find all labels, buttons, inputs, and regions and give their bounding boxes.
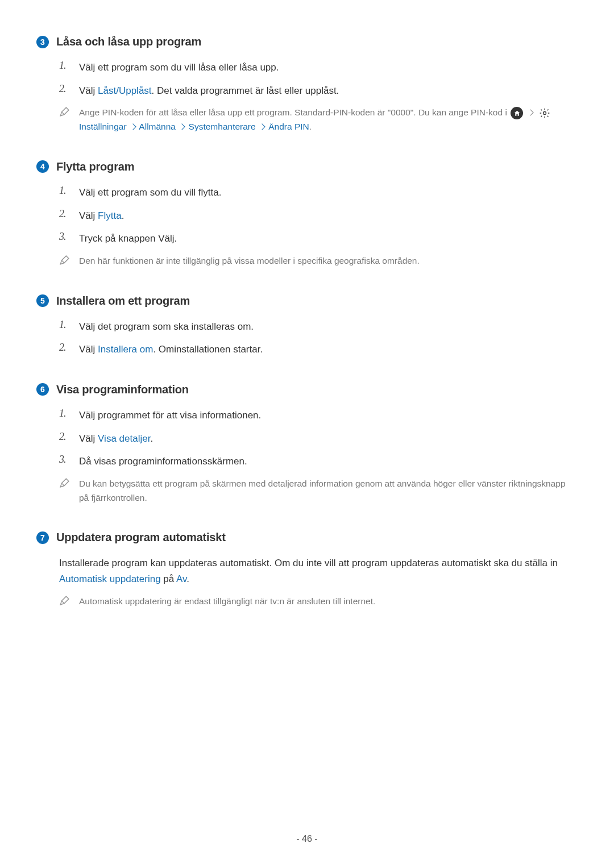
list-text: Tryck på knappen Välj. — [79, 231, 578, 246]
setting-link: Automatisk uppdatering — [59, 574, 161, 584]
pencil-icon — [59, 477, 69, 491]
home-icon — [511, 107, 523, 119]
list-item: 3. Då visas programinformationsskärmen. — [36, 454, 578, 469]
list-item: 1. Välj ett program som du vill flytta. — [36, 185, 578, 200]
list-text: Välj programmet för att visa information… — [79, 408, 578, 423]
list-number: 3. — [59, 454, 69, 466]
pencil-icon — [59, 595, 69, 608]
note-prefix: Ange PIN-koden för att låsa eller låsa u… — [79, 107, 509, 117]
list-text: Välj Låst/Upplåst. Det valda programmet … — [79, 83, 578, 98]
list-item: 1. Välj det program som ska installeras … — [36, 319, 578, 334]
chevron-right-icon — [259, 123, 265, 130]
breadcrumb-link: Inställningar — [79, 122, 127, 131]
section-title: Installera om ett program — [56, 294, 190, 308]
section-number-badge: 4 — [36, 160, 49, 173]
section-title: Uppdatera program automatiskt — [56, 531, 226, 544]
breadcrumb-link: Allmänna — [139, 122, 176, 131]
section-title: Låsa och låsa upp program — [56, 35, 201, 48]
list-item: 2. Välj Låst/Upplåst. Det valda programm… — [36, 83, 578, 98]
section-number-badge: 7 — [36, 531, 49, 544]
note-text: Du kan betygsätta ett program på skärmen… — [79, 477, 578, 505]
page-number: - 46 - — [0, 834, 614, 844]
list-number: 1. — [59, 185, 69, 197]
list-item: 2. Välj Visa detaljer. — [36, 431, 578, 446]
list-item: 3. Tryck på knappen Välj. — [36, 231, 578, 246]
note-item: Ange PIN-koden för att låsa eller låsa u… — [36, 106, 578, 134]
note-text: Automatisk uppdatering är endast tillgän… — [79, 595, 578, 609]
section-number-badge: 6 — [36, 383, 49, 396]
section-heading-5: 5 Installera om ett program — [36, 294, 578, 308]
section-heading-6: 6 Visa programinformation — [36, 383, 578, 396]
list-text: Välj ett program som du vill flytta. — [79, 185, 578, 200]
text-prefix: Välj — [79, 344, 98, 355]
chevron-right-icon — [130, 123, 136, 130]
list-item: 1. Välj ett program som du vill låsa ell… — [36, 60, 578, 75]
list-number: 1. — [59, 60, 69, 72]
text-suffix: . Det valda programmet är låst eller upp… — [152, 85, 339, 96]
list-text: Välj det program som ska installeras om. — [79, 319, 578, 334]
text-suffix: . — [150, 433, 153, 444]
list-number: 3. — [59, 231, 69, 243]
list-text: Välj Flytta. — [79, 208, 578, 223]
chevron-right-icon — [179, 123, 185, 130]
breadcrumb-link: Systemhanterare — [189, 122, 256, 131]
section-heading-4: 4 Flytta program — [36, 160, 578, 173]
section-heading-3: 3 Låsa och låsa upp program — [36, 35, 578, 48]
list-text: Då visas programinformationsskärmen. — [79, 454, 578, 469]
list-item: 1. Välj programmet för att visa informat… — [36, 408, 578, 423]
pencil-icon — [59, 254, 69, 268]
para-prefix: Installerade program kan uppdateras auto… — [59, 558, 558, 568]
list-text: Välj Visa detaljer. — [79, 431, 578, 446]
note-item: Du kan betygsätta ett program på skärmen… — [36, 477, 578, 505]
menu-link: Låst/Upplåst — [98, 85, 152, 96]
section-number-badge: 5 — [36, 294, 49, 307]
setting-link: Av — [176, 574, 186, 584]
list-text: Välj ett program som du vill låsa eller … — [79, 60, 578, 75]
note-item: Den här funktionen är inte tillgänglig p… — [36, 254, 578, 268]
chevron-right-icon — [528, 110, 534, 116]
list-number: 2. — [59, 431, 69, 443]
text-prefix: Välj — [79, 85, 98, 96]
svg-point-0 — [543, 112, 546, 115]
section-heading-7: 7 Uppdatera program automatiskt — [36, 531, 578, 544]
note-text: Ange PIN-koden för att låsa eller låsa u… — [79, 106, 578, 134]
text-suffix: . — [122, 210, 125, 221]
list-number: 2. — [59, 342, 69, 354]
list-number: 1. — [59, 319, 69, 331]
text-prefix: Välj — [79, 210, 98, 221]
list-item: 2. Välj Installera om. Ominstallationen … — [36, 342, 578, 357]
note-text: Den här funktionen är inte tillgänglig p… — [79, 254, 578, 268]
para-mid: på — [161, 574, 176, 584]
list-text: Välj Installera om. Ominstallationen sta… — [79, 342, 578, 357]
section-number-badge: 3 — [36, 36, 49, 48]
text-prefix: Välj — [79, 433, 98, 444]
paragraph: Installerade program kan uppdateras auto… — [36, 555, 578, 586]
list-number: 2. — [59, 83, 69, 95]
list-item: 2. Välj Flytta. — [36, 208, 578, 223]
list-number: 2. — [59, 208, 69, 220]
menu-link: Visa detaljer — [98, 433, 150, 444]
section-title: Flytta program — [56, 160, 134, 173]
gear-icon — [538, 107, 551, 119]
list-number: 1. — [59, 408, 69, 420]
section-title: Visa programinformation — [56, 383, 189, 396]
text-suffix: . Ominstallationen startar. — [153, 344, 263, 355]
note-item: Automatisk uppdatering är endast tillgän… — [36, 595, 578, 609]
pencil-icon — [59, 106, 69, 119]
para-suffix: . — [186, 574, 189, 584]
breadcrumb-link: Ändra PIN — [268, 122, 309, 131]
menu-link: Installera om — [98, 344, 153, 355]
menu-link: Flytta — [98, 210, 122, 221]
